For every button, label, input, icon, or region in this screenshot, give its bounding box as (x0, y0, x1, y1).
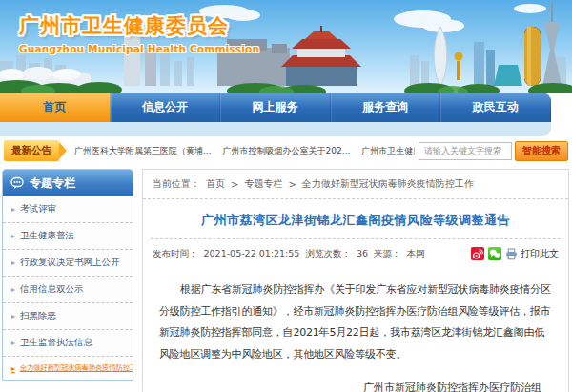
site-title-english: Guangzhou Municipal Health Commission (19, 43, 259, 54)
article-panel: 当前位置： 首页 > 专题专栏 > 全力做好新型冠状病毒肺炎疫情防控工作 广州市… (142, 169, 569, 392)
arrow-bullet-icon: ▸ (11, 364, 15, 373)
sidebar-item-health-supervision[interactable]: ▸ 卫生监督执法信息 (3, 330, 133, 357)
arrow-bullet-icon: ▸ (11, 258, 15, 267)
weibo-share-icon[interactable] (471, 247, 484, 260)
article-signature: 广州市新冠肺炎防控指挥办医疗防治组 (143, 381, 568, 392)
sidebar-item-exam-review[interactable]: ▸ 考试评审 (3, 196, 133, 223)
print-label: 打印此文 (521, 247, 559, 260)
breadcrumb-covid-topic[interactable]: 全力做好新型冠状病毒肺炎疫情防控工作 (302, 177, 474, 191)
announcement-link[interactable]: 广州市卫生健康委 广州市财政局... (361, 145, 415, 157)
publish-time-label: 发布时间： (153, 248, 198, 258)
sidebar-item-anti-crime[interactable]: ▸ 扫黑除恶 (3, 303, 133, 330)
nav-tab-service-inquiry[interactable]: 服务查询 (331, 93, 441, 122)
main-navigation: 首页 信息公开 网上服务 服务查询 政民互动 (0, 93, 551, 136)
announcement-ticker: 最新公告 广州医科大学附属第三医院（黄埔... 广州市控制吸烟办公室关于202.… (0, 136, 572, 165)
source-value: 本网 (407, 248, 425, 258)
site-title: 广州市卫生健康委员会 (19, 12, 259, 39)
breadcrumb-separator: > (288, 179, 296, 190)
site-search: 智能搜索 (419, 141, 568, 161)
publish-time: 2021-05-22 01:21:55 (204, 248, 300, 258)
speech-bubble-icon (10, 176, 24, 190)
sidebar-header: 专题专栏 (3, 170, 133, 196)
arrow-bullet-icon: ▸ (11, 285, 15, 294)
sidebar-item-credit-info[interactable]: ▸ 信用信息双公示 (3, 277, 133, 303)
sidebar-item-covid-prevention-active[interactable]: ▸ 全力做好新型冠状病毒肺炎疫情防控工作 (3, 357, 133, 380)
arrow-bullet-icon: ▸ (11, 205, 15, 214)
nav-tab-info-disclosure[interactable]: 信息公开 (111, 93, 221, 122)
nav-tab-public-interaction[interactable]: 政民互动 (440, 93, 551, 122)
breadcrumb-label: 当前位置： (153, 177, 200, 191)
breadcrumb-special-topics[interactable]: 专题专栏 (244, 177, 282, 191)
breadcrumb-home[interactable]: 首页 (206, 177, 225, 191)
latest-announcements-badge: 最新公告 (4, 140, 59, 161)
smart-search-button[interactable]: 智能搜索 (515, 141, 568, 161)
announcement-link[interactable]: 广州医科大学附属第三医院（黄埔... (74, 145, 212, 157)
breadcrumb: 当前位置： 首页 > 专题专栏 > 全力做好新型冠状病毒肺炎疫情防控工作 (143, 170, 568, 199)
nav-tab-home[interactable]: 首页 (0, 93, 111, 122)
article-meta: 发布时间：2021-05-22 01:21:55浏览次数：36来源：本网 (143, 239, 568, 267)
search-input[interactable] (419, 142, 512, 160)
arrow-bullet-icon: ▸ (11, 232, 15, 240)
special-topics-sidebar: 专题专栏 ▸ 考试评审 ▸ 卫生健康普法 ▸ 行政复议决定书网上公开 ▸ 信用信… (2, 169, 133, 381)
arrow-bullet-icon: ▸ (11, 312, 15, 320)
nav-tab-online-services[interactable]: 网上服务 (220, 93, 331, 122)
article-body: 根据广东省新冠肺炎防控指挥办《关于印发广东省应对新型冠状病毒肺炎疫情分区分级防控… (143, 267, 568, 369)
views-count: 36 (357, 248, 368, 258)
wechat-share-icon[interactable] (488, 247, 501, 260)
arrow-bullet-icon: ▸ (11, 339, 15, 347)
article-title: 广州市荔湾区龙津街锦龙汇鑫阁疫情风险等级调整通告 (151, 199, 561, 238)
printer-icon (505, 248, 518, 260)
sidebar-item-admin-reconsideration[interactable]: ▸ 行政复议决定书网上公开 (3, 250, 133, 277)
sidebar-title: 专题专栏 (30, 175, 75, 192)
site-banner: 广州市卫生健康委员会 Guangzhou Municipal Health Co… (0, 0, 572, 93)
source-label: 来源： (374, 248, 401, 258)
print-button[interactable]: 打印此文 (505, 247, 559, 260)
breadcrumb-separator: > (231, 179, 238, 190)
nav-underline-strip (0, 122, 551, 136)
announcement-link[interactable]: 广州市控制吸烟办公室关于202... (223, 145, 351, 157)
sidebar-item-health-law[interactable]: ▸ 卫生健康普法 (3, 223, 133, 250)
views-label: 浏览次数： (305, 248, 351, 258)
